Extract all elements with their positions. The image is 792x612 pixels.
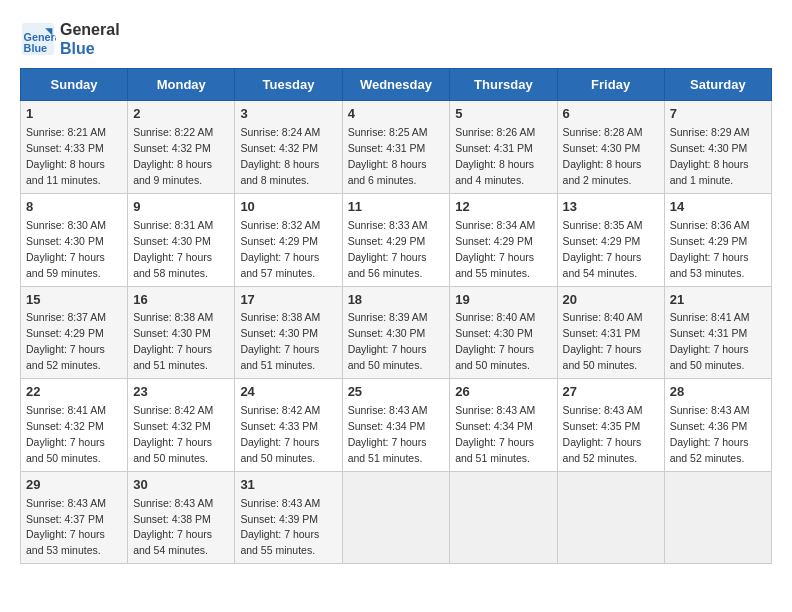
day-daylight: Daylight: 7 hours and 50 minutes. — [563, 343, 642, 371]
day-sunset: Sunset: 4:39 PM — [240, 513, 318, 525]
day-sunset: Sunset: 4:30 PM — [240, 327, 318, 339]
day-sunrise: Sunrise: 8:43 AM — [348, 404, 428, 416]
day-daylight: Daylight: 7 hours and 52 minutes. — [670, 436, 749, 464]
day-sunset: Sunset: 4:29 PM — [670, 235, 748, 247]
day-sunset: Sunset: 4:30 PM — [133, 235, 211, 247]
day-sunrise: Sunrise: 8:32 AM — [240, 219, 320, 231]
day-number: 30 — [133, 476, 229, 495]
day-daylight: Daylight: 7 hours and 51 minutes. — [348, 436, 427, 464]
day-sunrise: Sunrise: 8:43 AM — [563, 404, 643, 416]
week-row-3: 15Sunrise: 8:37 AMSunset: 4:29 PMDayligh… — [21, 286, 772, 379]
calendar-body: 1Sunrise: 8:21 AMSunset: 4:33 PMDaylight… — [21, 101, 772, 564]
day-daylight: Daylight: 7 hours and 54 minutes. — [133, 528, 212, 556]
day-sunrise: Sunrise: 8:25 AM — [348, 126, 428, 138]
day-number: 4 — [348, 105, 445, 124]
day-number: 26 — [455, 383, 551, 402]
day-sunset: Sunset: 4:37 PM — [26, 513, 104, 525]
day-number: 21 — [670, 291, 766, 310]
empty-cell — [450, 471, 557, 564]
day-cell-5: 5Sunrise: 8:26 AMSunset: 4:31 PMDaylight… — [450, 101, 557, 194]
day-daylight: Daylight: 7 hours and 55 minutes. — [455, 251, 534, 279]
day-number: 18 — [348, 291, 445, 310]
week-row-4: 22Sunrise: 8:41 AMSunset: 4:32 PMDayligh… — [21, 379, 772, 472]
calendar-table: SundayMondayTuesdayWednesdayThursdayFrid… — [20, 68, 772, 564]
day-number: 1 — [26, 105, 122, 124]
day-sunrise: Sunrise: 8:43 AM — [670, 404, 750, 416]
day-sunset: Sunset: 4:33 PM — [240, 420, 318, 432]
day-sunset: Sunset: 4:30 PM — [455, 327, 533, 339]
day-number: 24 — [240, 383, 336, 402]
day-sunset: Sunset: 4:32 PM — [133, 420, 211, 432]
day-sunset: Sunset: 4:38 PM — [133, 513, 211, 525]
day-sunrise: Sunrise: 8:21 AM — [26, 126, 106, 138]
week-row-5: 29Sunrise: 8:43 AMSunset: 4:37 PMDayligh… — [21, 471, 772, 564]
day-cell-22: 22Sunrise: 8:41 AMSunset: 4:32 PMDayligh… — [21, 379, 128, 472]
day-sunset: Sunset: 4:33 PM — [26, 142, 104, 154]
col-header-saturday: Saturday — [664, 69, 771, 101]
day-sunrise: Sunrise: 8:38 AM — [133, 311, 213, 323]
day-cell-29: 29Sunrise: 8:43 AMSunset: 4:37 PMDayligh… — [21, 471, 128, 564]
day-sunrise: Sunrise: 8:31 AM — [133, 219, 213, 231]
day-cell-8: 8Sunrise: 8:30 AMSunset: 4:30 PMDaylight… — [21, 193, 128, 286]
day-sunrise: Sunrise: 8:40 AM — [455, 311, 535, 323]
day-cell-6: 6Sunrise: 8:28 AMSunset: 4:30 PMDaylight… — [557, 101, 664, 194]
day-number: 23 — [133, 383, 229, 402]
day-sunset: Sunset: 4:31 PM — [348, 142, 426, 154]
day-daylight: Daylight: 7 hours and 50 minutes. — [26, 436, 105, 464]
day-sunrise: Sunrise: 8:43 AM — [26, 497, 106, 509]
week-row-1: 1Sunrise: 8:21 AMSunset: 4:33 PMDaylight… — [21, 101, 772, 194]
day-sunset: Sunset: 4:32 PM — [133, 142, 211, 154]
day-cell-14: 14Sunrise: 8:36 AMSunset: 4:29 PMDayligh… — [664, 193, 771, 286]
day-daylight: Daylight: 8 hours and 6 minutes. — [348, 158, 427, 186]
day-cell-21: 21Sunrise: 8:41 AMSunset: 4:31 PMDayligh… — [664, 286, 771, 379]
logo: General Blue General Blue — [20, 20, 120, 58]
day-daylight: Daylight: 8 hours and 2 minutes. — [563, 158, 642, 186]
day-sunset: Sunset: 4:30 PM — [26, 235, 104, 247]
day-cell-25: 25Sunrise: 8:43 AMSunset: 4:34 PMDayligh… — [342, 379, 450, 472]
day-sunrise: Sunrise: 8:22 AM — [133, 126, 213, 138]
day-daylight: Daylight: 7 hours and 52 minutes. — [563, 436, 642, 464]
col-header-sunday: Sunday — [21, 69, 128, 101]
day-cell-15: 15Sunrise: 8:37 AMSunset: 4:29 PMDayligh… — [21, 286, 128, 379]
day-sunrise: Sunrise: 8:41 AM — [26, 404, 106, 416]
day-cell-20: 20Sunrise: 8:40 AMSunset: 4:31 PMDayligh… — [557, 286, 664, 379]
day-cell-18: 18Sunrise: 8:39 AMSunset: 4:30 PMDayligh… — [342, 286, 450, 379]
day-cell-19: 19Sunrise: 8:40 AMSunset: 4:30 PMDayligh… — [450, 286, 557, 379]
day-sunrise: Sunrise: 8:42 AM — [240, 404, 320, 416]
day-cell-2: 2Sunrise: 8:22 AMSunset: 4:32 PMDaylight… — [128, 101, 235, 194]
day-sunset: Sunset: 4:29 PM — [240, 235, 318, 247]
day-number: 5 — [455, 105, 551, 124]
day-sunset: Sunset: 4:32 PM — [240, 142, 318, 154]
day-number: 25 — [348, 383, 445, 402]
col-header-wednesday: Wednesday — [342, 69, 450, 101]
day-number: 14 — [670, 198, 766, 217]
day-sunset: Sunset: 4:30 PM — [348, 327, 426, 339]
day-sunrise: Sunrise: 8:26 AM — [455, 126, 535, 138]
day-sunset: Sunset: 4:36 PM — [670, 420, 748, 432]
day-number: 31 — [240, 476, 336, 495]
day-sunrise: Sunrise: 8:35 AM — [563, 219, 643, 231]
day-daylight: Daylight: 7 hours and 58 minutes. — [133, 251, 212, 279]
day-daylight: Daylight: 7 hours and 51 minutes. — [455, 436, 534, 464]
day-daylight: Daylight: 8 hours and 8 minutes. — [240, 158, 319, 186]
day-sunrise: Sunrise: 8:41 AM — [670, 311, 750, 323]
day-sunset: Sunset: 4:32 PM — [26, 420, 104, 432]
day-number: 20 — [563, 291, 659, 310]
day-sunset: Sunset: 4:31 PM — [563, 327, 641, 339]
day-daylight: Daylight: 7 hours and 59 minutes. — [26, 251, 105, 279]
day-number: 11 — [348, 198, 445, 217]
day-cell-7: 7Sunrise: 8:29 AMSunset: 4:30 PMDaylight… — [664, 101, 771, 194]
day-cell-31: 31Sunrise: 8:43 AMSunset: 4:39 PMDayligh… — [235, 471, 342, 564]
week-row-2: 8Sunrise: 8:30 AMSunset: 4:30 PMDaylight… — [21, 193, 772, 286]
empty-cell — [342, 471, 450, 564]
day-number: 3 — [240, 105, 336, 124]
col-header-monday: Monday — [128, 69, 235, 101]
empty-cell — [664, 471, 771, 564]
day-daylight: Daylight: 7 hours and 54 minutes. — [563, 251, 642, 279]
day-number: 29 — [26, 476, 122, 495]
day-sunset: Sunset: 4:29 PM — [455, 235, 533, 247]
day-number: 13 — [563, 198, 659, 217]
day-sunset: Sunset: 4:30 PM — [133, 327, 211, 339]
col-header-thursday: Thursday — [450, 69, 557, 101]
day-daylight: Daylight: 8 hours and 11 minutes. — [26, 158, 105, 186]
